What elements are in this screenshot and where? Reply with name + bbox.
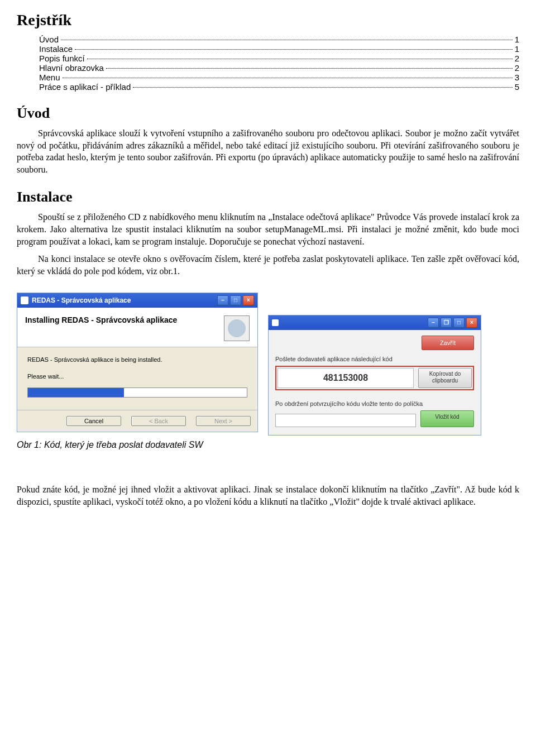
next-button: Next > [196,416,251,426]
installer-titlebar: REDAS - Správcovská aplikace – □ × [17,293,257,308]
toc-item: Práce s aplikací - příklad 5 [39,82,519,92]
toc-dots [61,40,513,40]
maximize-icon[interactable]: □ [230,295,241,305]
verify-window: – ❐ □ × Zavřít Pošlete dodavateli aplika… [268,315,481,436]
maximize-icon[interactable]: □ [453,318,465,328]
installer-status: REDAS - Správcovská aplikace is being in… [27,356,247,363]
toc-dots [75,49,513,50]
code-highlight-frame: 481153008 Kopírovat do clipboardu [275,366,474,390]
toc-item: Hlavní obrazovka 2 [39,63,519,73]
toc-page: 1 [515,44,519,54]
toc-page: 2 [515,63,519,73]
installer-progressbar [27,387,247,398]
installer-wait: Please wait... [27,373,247,380]
installer-progress-fill [28,388,124,397]
paragraph-final: Pokud znáte kód, je možné jej ihned vlož… [17,484,519,508]
close-icon[interactable]: × [243,295,254,305]
verification-code: 481153008 [277,368,414,388]
minimize-icon[interactable]: – [428,318,439,328]
app-icon [21,296,28,304]
toc-dots [87,59,513,59]
heading-uvod: Úvod [17,105,519,122]
close-button[interactable]: Zavřít [422,336,474,350]
toc-page: 2 [515,54,519,63]
installer-title: REDAS - Správcovská aplikace [32,296,131,304]
paragraph-uvod: Správcovská aplikace slouží k vytvoření … [17,127,519,175]
toc-dots [63,78,513,78]
verify-send-label: Pošlete dodavateli aplikace následující … [275,356,474,362]
confirmation-code-input[interactable] [275,414,416,427]
toc-label: Popis funkcí [39,54,85,63]
figure-1: REDAS - Správcovská aplikace – □ × Insta… [17,293,519,436]
toc: Úvod 1 Instalace 1 Popis funkcí 2 Hlavní… [17,35,519,92]
paragraph-instalace-2: Na konci instalace se otevře okno s ověř… [17,253,519,277]
verify-titlebar: – ❐ □ × [269,315,481,330]
figure-1-caption: Obr 1: Kód, který je třeba poslat dodava… [17,440,519,450]
toc-label: Instalace [39,44,73,54]
toc-item: Instalace 1 [39,44,519,54]
restore-icon[interactable]: ❐ [441,318,452,328]
minimize-icon[interactable]: – [217,295,228,305]
toc-item: Popis funkcí 2 [39,54,519,63]
toc-label: Hlavní obrazovka [39,63,104,73]
installer-banner: Installing REDAS - Správcovská aplikace [17,308,257,347]
heading-rejstrik: Rejstřík [17,11,519,29]
insert-code-button[interactable]: Vložit kód [420,410,474,427]
toc-page: 5 [515,82,519,92]
verify-after-label: Po obdržení potvrzujícího kódu vložte te… [275,400,474,407]
back-button: < Back [131,416,186,426]
toc-item: Úvod 1 [39,35,519,44]
close-icon[interactable]: × [466,318,477,328]
paragraph-instalace-1: Spouští se z přiloženého CD z nabídkovéh… [17,211,519,247]
toc-dots [106,68,513,69]
toc-dots [133,87,512,88]
heading-instalace: Instalace [17,189,519,205]
cancel-button[interactable]: Cancel [66,416,121,426]
installer-banner-icon [224,315,250,341]
toc-page: 3 [515,73,519,82]
copy-clipboard-button[interactable]: Kopírovat do clipboardu [418,368,472,388]
installer-banner-title: Installing REDAS - Správcovská aplikace [25,315,177,324]
installer-window: REDAS - Správcovská aplikace – □ × Insta… [17,293,258,432]
toc-label: Práce s aplikací - příklad [39,82,131,92]
toc-label: Menu [39,73,60,82]
toc-label: Úvod [39,35,59,44]
installer-footer: Cancel < Back Next > [17,410,257,432]
toc-page: 1 [515,35,519,44]
toc-item: Menu 3 [39,73,519,82]
app-icon [272,319,279,326]
